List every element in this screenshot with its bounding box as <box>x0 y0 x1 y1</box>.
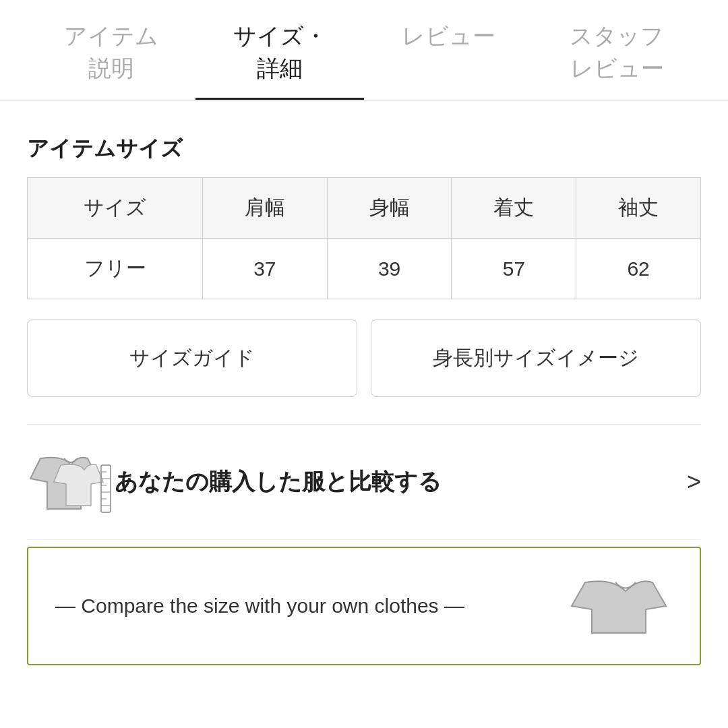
bottom-banner: — Compare the size with your own clothes… <box>27 547 701 665</box>
tab-label-staff-review: スタッフレビュー <box>570 20 664 84</box>
cell-sleeve: 62 <box>576 239 701 299</box>
banner-text: — Compare the size with your own clothes… <box>55 595 464 617</box>
tab-item-description[interactable]: アイテム説明 <box>27 20 195 98</box>
main-content: アイテムサイズ サイズ 肩幅 身幅 着丈 袖丈 フリー 37 39 57 62 <box>0 100 728 728</box>
cell-length: 57 <box>452 239 576 299</box>
compare-label: あなたの購入した服と比較する <box>115 466 673 497</box>
cell-width: 39 <box>327 239 452 299</box>
tab-label-review: レビュー <box>402 20 495 53</box>
size-table: サイズ 肩幅 身幅 着丈 袖丈 フリー 37 39 57 62 <box>27 177 701 299</box>
section-title: アイテムサイズ <box>27 134 701 164</box>
compare-arrow-icon: > <box>687 468 701 496</box>
page-container: アイテム説明 サイズ・詳細 レビュー スタッフレビュー アイテムサイズ サイズ … <box>0 0 728 728</box>
cell-size: フリー <box>28 239 203 299</box>
cell-shoulder: 37 <box>203 239 328 299</box>
table-row: フリー 37 39 57 62 <box>28 239 701 299</box>
col-header-size: サイズ <box>28 178 203 239</box>
tab-item-staff-review[interactable]: スタッフレビュー <box>533 20 701 98</box>
col-header-shoulder: 肩幅 <box>203 178 328 239</box>
size-guide-button[interactable]: サイズガイド <box>27 320 357 397</box>
tab-navigation: アイテム説明 サイズ・詳細 レビュー スタッフレビュー <box>0 0 728 100</box>
tab-item-review[interactable]: レビュー <box>364 20 533 66</box>
col-header-width: 身幅 <box>327 178 452 239</box>
tab-label-description: アイテム説明 <box>64 20 158 84</box>
banner-tshirt-icon <box>565 572 673 640</box>
tab-item-size[interactable]: サイズ・詳細 <box>195 20 364 100</box>
col-header-length: 着丈 <box>452 178 576 239</box>
tab-label-size: サイズ・詳細 <box>233 20 327 84</box>
button-row: サイズガイド 身長別サイズイメージ <box>27 320 701 397</box>
compare-icon <box>27 445 115 519</box>
compare-section[interactable]: あなたの購入した服と比較する > <box>27 424 701 540</box>
col-header-sleeve: 袖丈 <box>576 178 701 239</box>
height-size-button[interactable]: 身長別サイズイメージ <box>371 320 701 397</box>
